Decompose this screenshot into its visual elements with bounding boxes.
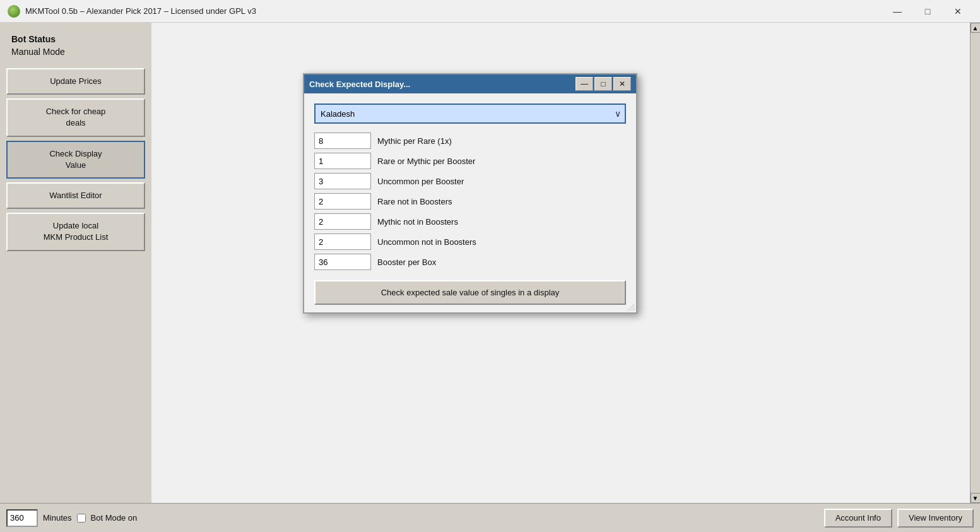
form-row-booster-per-box: Booster per Box [314,254,626,270]
account-info-button[interactable]: Account Info [824,509,892,528]
scroll-up-arrow[interactable]: ▲ [971,23,981,33]
modal-close-button[interactable]: ✕ [613,77,631,91]
bot-status-label: Bot Status [11,34,140,44]
scroll-down-arrow[interactable]: ▼ [971,493,981,503]
rare-per-booster-input[interactable] [314,153,371,169]
app-icon [8,5,20,18]
bot-mode-checkbox[interactable] [77,514,86,523]
check-cheap-deals-button[interactable]: Check for cheapdeals [6,98,145,136]
modal-dialog: Check Expected Display... — □ ✕ Kaladesh… [303,73,637,314]
rare-not-boosters-label: Rare not in Boosters [377,197,452,206]
sidebar: Bot Status Manual Mode Update Prices Che… [0,23,151,503]
view-inventory-button[interactable]: View Inventory [897,509,974,528]
form-row-rare-per-booster: Rare or Mythic per Booster [314,153,626,169]
bottom-bar: Minutes Bot Mode on Account Info View In… [0,503,980,532]
update-prices-button[interactable]: Update Prices [6,68,145,95]
modal-minimize-button[interactable]: — [576,77,593,91]
modal-title-bar: Check Expected Display... — □ ✕ [304,74,636,93]
close-button[interactable]: ✕ [943,2,972,21]
content-area: ▲ ▼ Check Expected Display... — □ ✕ Kala… [151,23,980,503]
uncommon-not-boosters-input[interactable] [314,233,371,250]
minutes-input[interactable] [6,509,38,527]
modal-body: Kaladesh ∨ Mythic per Rare (1x) Rare or … [304,93,636,312]
mythic-per-rare-label: Mythic per Rare (1x) [377,136,452,146]
svg-line-1 [630,306,635,311]
svg-line-2 [632,309,635,311]
set-dropdown-wrapper: Kaladesh ∨ [314,103,626,124]
form-row-mythic-not-boosters: Mythic not in Boosters [314,213,626,230]
uncommon-not-boosters-label: Uncommon not in Boosters [377,237,476,247]
form-row-rare-not-boosters: Rare not in Boosters [314,193,626,210]
minimize-button[interactable]: — [883,2,912,21]
mythic-not-boosters-label: Mythic not in Boosters [377,217,458,227]
check-sale-value-button[interactable]: Check expected sale value of singles in … [314,280,626,305]
form-row-mythic-per-rare: Mythic per Rare (1x) [314,133,626,149]
window-title: MKMTool 0.5b – Alexander Pick 2017 – Lic… [25,6,883,16]
booster-per-box-label: Booster per Box [377,257,436,267]
bot-mode-label: Bot Mode on [91,513,138,523]
set-dropdown-value: Kaladesh [321,109,355,119]
bot-status-section: Bot Status Manual Mode [6,30,145,64]
restore-button[interactable]: □ [913,2,942,21]
update-mkm-button[interactable]: Update localMKM Product List [6,213,145,251]
resize-grip-icon [626,302,635,311]
wantlist-editor-button[interactable]: Wantlist Editor [6,182,145,209]
form-row-uncommon-not-boosters: Uncommon not in Boosters [314,233,626,250]
title-bar: MKMTool 0.5b – Alexander Pick 2017 – Lic… [0,0,980,23]
booster-per-box-input[interactable] [314,254,371,270]
scrollbar: ▲ ▼ [970,23,980,503]
main-area: Bot Status Manual Mode Update Prices Che… [0,23,980,503]
modal-restore-button[interactable]: □ [594,77,612,91]
modal-title: Check Expected Display... [309,80,574,89]
check-display-value-button[interactable]: Check DisplayValue [6,141,145,179]
rare-per-booster-label: Rare or Mythic per Booster [377,157,475,166]
uncommon-per-booster-label: Uncommon per Booster [377,177,464,186]
mythic-per-rare-input[interactable] [314,133,371,149]
rare-not-boosters-input[interactable] [314,193,371,210]
form-row-uncommon-per-booster: Uncommon per Booster [314,173,626,189]
uncommon-per-booster-input[interactable] [314,173,371,189]
mythic-not-boosters-input[interactable] [314,213,371,230]
bot-status-value: Manual Mode [11,47,140,57]
minutes-label: Minutes [43,513,72,523]
window-controls: — □ ✕ [883,2,972,21]
set-dropdown-selected[interactable]: Kaladesh [314,103,626,124]
